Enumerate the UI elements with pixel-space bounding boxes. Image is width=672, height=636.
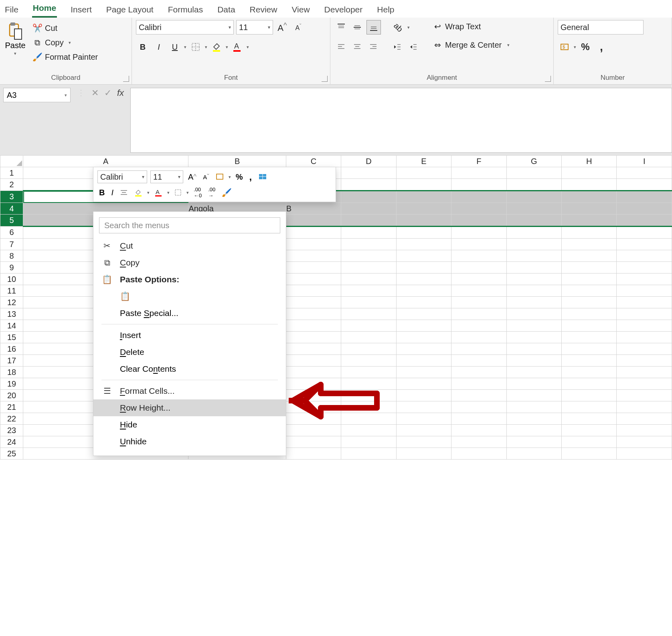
formula-bar[interactable] <box>130 88 672 153</box>
cell-F16[interactable] <box>451 343 506 355</box>
cell-H8[interactable] <box>561 250 616 262</box>
fx-button[interactable]: fx <box>117 88 124 98</box>
col-header-F[interactable]: F <box>451 156 506 167</box>
cell-E19[interactable] <box>396 378 451 390</box>
cell-H7[interactable] <box>561 239 616 250</box>
ribbon-tab-data[interactable]: Data <box>217 2 236 18</box>
cell-D13[interactable] <box>341 308 396 320</box>
mini-font-color[interactable]: A <box>153 186 164 198</box>
menu-row-height[interactable]: Row Height... <box>93 399 286 416</box>
cell-F5[interactable] <box>451 215 506 227</box>
cell-D1[interactable] <box>341 167 396 179</box>
mini-comma[interactable]: , <box>248 171 254 183</box>
col-header-I[interactable]: I <box>617 156 672 167</box>
cell-H5[interactable] <box>561 215 616 227</box>
cell-F20[interactable] <box>451 390 506 401</box>
cell-D9[interactable] <box>341 262 396 273</box>
clipboard-launcher[interactable] <box>123 76 129 82</box>
cell-C6[interactable] <box>286 227 341 239</box>
col-header-B[interactable]: B <box>188 156 286 167</box>
menu-clear-contents[interactable]: Clear Contents <box>93 361 286 377</box>
cell-E15[interactable] <box>396 332 451 343</box>
font-launcher[interactable] <box>322 76 328 82</box>
cell-C23[interactable] <box>286 425 341 436</box>
cell-F19[interactable] <box>451 378 506 390</box>
cell-G15[interactable] <box>506 332 561 343</box>
cell-G7[interactable] <box>506 239 561 250</box>
underline-button[interactable]: U <box>168 40 182 54</box>
cell-H22[interactable] <box>561 413 616 425</box>
align-right-button[interactable] <box>366 40 380 54</box>
cell-G19[interactable] <box>506 378 561 390</box>
cell-I6[interactable] <box>617 227 672 239</box>
row-header-16[interactable]: 16 <box>0 343 23 355</box>
cell-H2[interactable] <box>561 179 616 191</box>
mini-decrease-decimal[interactable]: .00→ <box>206 186 217 198</box>
row-header-15[interactable]: 15 <box>0 332 23 343</box>
cell-D24[interactable] <box>341 436 396 448</box>
font-color-button[interactable]: A <box>231 40 244 54</box>
cell-I9[interactable] <box>617 262 672 273</box>
cell-E17[interactable] <box>396 355 451 367</box>
cell-I10[interactable] <box>617 273 672 285</box>
ribbon-tab-help[interactable]: Help <box>376 2 395 18</box>
cell-I12[interactable] <box>617 297 672 308</box>
cell-D7[interactable] <box>341 239 396 250</box>
row-header-17[interactable]: 17 <box>0 355 23 367</box>
cell-C9[interactable] <box>286 262 341 273</box>
cell-C8[interactable] <box>286 250 341 262</box>
mini-accounting[interactable] <box>214 171 225 183</box>
row-header-3[interactable]: 3 <box>0 191 23 203</box>
cell-G22[interactable] <box>506 413 561 425</box>
cell-H19[interactable] <box>561 378 616 390</box>
cancel-entry-button[interactable]: ✕ <box>91 88 99 98</box>
row-header-12[interactable]: 12 <box>0 297 23 308</box>
menu-paste-special[interactable]: Paste Special... <box>93 305 286 322</box>
menu-delete[interactable]: Delete <box>93 344 286 361</box>
menu-hide[interactable]: Hide <box>93 416 286 433</box>
row-header-14[interactable]: 14 <box>0 320 23 332</box>
cell-I17[interactable] <box>617 355 672 367</box>
paste-split-button[interactable]: Paste ▾ <box>4 22 26 56</box>
comma-style-button[interactable]: , <box>595 40 608 54</box>
align-left-button[interactable] <box>334 40 348 54</box>
col-header-D[interactable]: D <box>341 156 396 167</box>
cell-D3[interactable] <box>341 191 396 203</box>
cell-E9[interactable] <box>396 262 451 273</box>
row-header-25[interactable]: 25 <box>0 448 23 460</box>
cell-H9[interactable] <box>561 262 616 273</box>
cell-E7[interactable] <box>396 239 451 250</box>
col-header-C[interactable]: C <box>286 156 341 167</box>
row-header-18[interactable]: 18 <box>0 367 23 378</box>
cell-H20[interactable] <box>561 390 616 401</box>
cell-F4[interactable] <box>451 203 506 215</box>
cell-D17[interactable] <box>341 355 396 367</box>
cell-I4[interactable] <box>617 203 672 215</box>
menu-copy[interactable]: ⧉Copy <box>93 254 286 271</box>
wrap-text-button[interactable]: ↩Wrap Text <box>431 20 511 33</box>
cell-G10[interactable] <box>506 273 561 285</box>
cell-H14[interactable] <box>561 320 616 332</box>
cell-I15[interactable] <box>617 332 672 343</box>
name-box[interactable]: A3▾ <box>3 88 71 102</box>
col-header-E[interactable]: E <box>396 156 451 167</box>
cell-E4[interactable] <box>396 203 451 215</box>
menu-unhide[interactable]: Unhide <box>93 433 286 450</box>
cell-F25[interactable] <box>451 448 506 460</box>
ribbon-tab-review[interactable]: Review <box>249 2 278 18</box>
mini-size-combo[interactable]: 11▾ <box>150 170 183 183</box>
row-header-5[interactable]: 5 <box>0 215 23 227</box>
cell-E5[interactable] <box>396 215 451 227</box>
cell-I2[interactable] <box>617 179 672 191</box>
cell-I7[interactable] <box>617 239 672 250</box>
cell-F3[interactable] <box>451 191 506 203</box>
cell-G9[interactable] <box>506 262 561 273</box>
mini-fill[interactable] <box>133 186 144 198</box>
mini-conditional[interactable] <box>257 171 269 183</box>
copy-button[interactable]: ⧉ Copy ▾ <box>30 36 99 49</box>
cell-C17[interactable] <box>286 355 341 367</box>
cell-H10[interactable] <box>561 273 616 285</box>
cell-H12[interactable] <box>561 297 616 308</box>
cell-G23[interactable] <box>506 425 561 436</box>
grow-font-button[interactable]: A^ <box>275 20 289 34</box>
